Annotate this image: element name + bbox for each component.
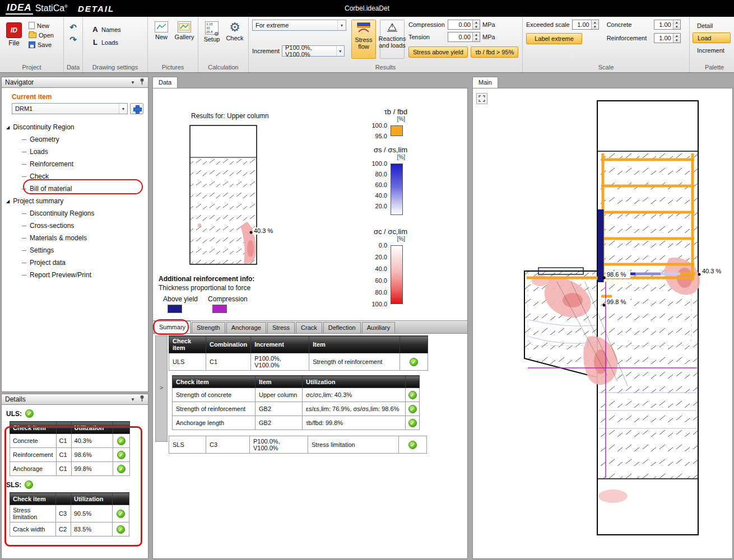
table-header-row: Check item Combination Increment Item [169,336,428,353]
table-row[interactable]: Strength of concrete Upper column σc/σc,… [173,388,420,402]
spinner-up-icon[interactable]: ▲ [473,20,480,25]
reinforcement-scale-spinner[interactable]: ▲▼ [673,34,680,43]
gallery-button[interactable]: Gallery [174,19,195,40]
reinforcement-scale-input[interactable]: 1.00 ▲▼ [654,33,681,43]
palette-increment-button[interactable]: Increment [693,45,731,55]
tab-data[interactable]: Data [152,77,178,88]
tension-input[interactable]: 0.00 ▲▼ [448,32,480,42]
tree-item-discontinuity-regions[interactable]: Discontinuity Regions [2,207,148,220]
legend-title: Additional reinforcement info: [159,275,254,283]
increment-select[interactable]: P100.0%, V100.0% ▼ [282,45,345,57]
loads-button[interactable]: LLoads [90,38,120,47]
tb-fbd-button[interactable]: τb / fbd > 95% [471,46,518,58]
pin-icon[interactable] [140,78,145,87]
tab-anchorage[interactable]: Anchorage [226,322,266,333]
tree-item-discontinuity-region[interactable]: ◢Discontinuity Region [2,121,148,133]
tree-expander-icon[interactable]: ◢ [6,199,10,204]
col-status [113,493,129,505]
row-expander-icon[interactable]: > [156,384,167,391]
tab-stress[interactable]: Stress [267,322,295,333]
tree-item-materials-models[interactable]: Materials & models [2,232,148,244]
reactions-loads-button[interactable]: Reactions and loads [380,20,405,59]
save-button[interactable]: Save [27,41,55,49]
check-label: Check [226,35,243,41]
col-utilization: Utilization [71,493,113,505]
table-row[interactable]: SLS C3 P100.0%, V100.0% Stress limitatio… [169,436,427,454]
spinner-up-icon[interactable]: ▲ [473,32,480,37]
tree-item-project-data[interactable]: Project data [2,256,148,269]
tab-deflection[interactable]: Deflection [323,322,361,333]
tree-expander-icon[interactable]: ◢ [6,125,10,130]
exceeded-scale-input[interactable]: 1.00 ▲▼ [572,20,599,30]
tension-spinner[interactable]: ▲▼ [472,32,480,41]
tab-crack[interactable]: Crack [296,322,322,333]
concrete-scale-input[interactable]: 1.00 ▲▼ [654,20,681,30]
tree-item-cross-sections[interactable]: Cross-sections [2,220,148,232]
spinner-down-icon[interactable]: ▼ [592,25,598,29]
tab-strength[interactable]: Strength [192,322,225,333]
add-region-button[interactable] [130,103,143,114]
spinner-down-icon[interactable]: ▼ [473,37,480,41]
spinner-down-icon[interactable]: ▼ [473,25,480,29]
open-button[interactable]: Open [27,31,55,39]
stress-above-yield-button[interactable]: Stress above yield [408,46,468,58]
redo-icon[interactable]: ↷ [69,36,77,44]
tree-item-reinforcement[interactable]: Reinforcement [2,158,148,170]
table-row[interactable]: Anchorage length GB2 τb/fbd: 99.8% ✓ [173,416,420,430]
tree-item-project-summary[interactable]: ◢Project summary [2,195,148,207]
spinner-up-icon[interactable]: ▲ [673,34,680,38]
spinner-up-icon[interactable]: ▲ [673,20,680,25]
tree-item-label: Project data [30,259,66,267]
status-ok-icon: ✓ [117,510,125,518]
sls-label: SLS: [6,481,21,489]
tree-item-report-preview-print[interactable]: Report Preview/Print [2,269,148,281]
new-button-label: New [37,22,49,29]
spinner-down-icon[interactable]: ▼ [673,25,680,29]
extreme-select[interactable]: For extreme ▼ [252,20,346,31]
names-button[interactable]: ANames [90,25,123,34]
undo-icon[interactable]: ↶ [69,24,77,31]
spinner-down-icon[interactable]: ▼ [673,38,680,43]
picture-new-button[interactable]: New [151,19,172,40]
spinner-up-icon[interactable]: ▲ [592,20,598,25]
file-button[interactable]: ID File [3,19,25,47]
open-folder-icon [29,32,36,38]
check-button[interactable]: ⚙ Check [224,19,245,41]
table-row[interactable]: Strength of reinforcement GB2 εs/εs,lim:… [173,402,420,416]
table-header-row: Check itemUtilization [10,422,130,434]
tree-item-settings[interactable]: Settings [2,244,148,256]
tab-summary[interactable]: Summary [154,321,191,333]
tree-item-check[interactable]: Check [2,170,148,183]
current-item-select[interactable]: DRM1 ▼ [12,103,128,114]
tab-auxiliary[interactable]: Auxiliary [362,322,396,333]
chevron-down-icon[interactable]: ▼ [131,80,135,85]
status-ok-icon: ✓ [117,525,125,534]
stress-flow-button[interactable]: Stress flow [351,20,376,59]
chevron-down-icon[interactable]: ▼ [131,397,135,402]
chevron-down-icon: ▼ [337,20,346,30]
label-extreme-button[interactable]: Label extreme [526,33,582,44]
main-canvas[interactable]: 98.6 % 99.8 % 40.3 % [472,88,733,559]
tree-item-loads[interactable]: Loads [2,146,148,158]
compression-input[interactable]: 0.00 ▲▼ [448,20,480,30]
row-expander-gutter[interactable]: > [155,335,168,442]
ribbon-group-label-project: Project [0,63,63,72]
status-ok-icon: ✓ [117,465,126,473]
palette-detail-button[interactable]: Detail [693,20,731,31]
new-button[interactable]: New [27,21,55,30]
tree-item-bill-of-material[interactable]: Bill of material [2,183,148,195]
tab-main[interactable]: Main [472,77,498,88]
details-header[interactable]: Details ▼ [1,394,148,405]
exceeded-scale-spinner[interactable]: ▲▼ [591,20,598,29]
tree-item-geometry[interactable]: Geometry [2,133,148,146]
navigator-header[interactable]: Navigator ▼ [1,77,148,88]
compression-spinner[interactable]: ▲▼ [472,20,480,29]
tree-tick [22,263,26,263]
data-canvas[interactable]: Results for: Upper column [152,88,468,559]
table-row[interactable]: ULS C1 P100.0%, V100.0% Strength of rein… [169,353,428,371]
concrete-scale-spinner[interactable]: ▲▼ [673,20,680,29]
statica-logo-text: StatiCa [35,3,64,13]
setup-button[interactable]: 1.15 30 25.8 ⚙ Setup [201,19,222,43]
palette-load-button[interactable]: Load [693,32,731,43]
pin-icon[interactable] [140,395,145,404]
